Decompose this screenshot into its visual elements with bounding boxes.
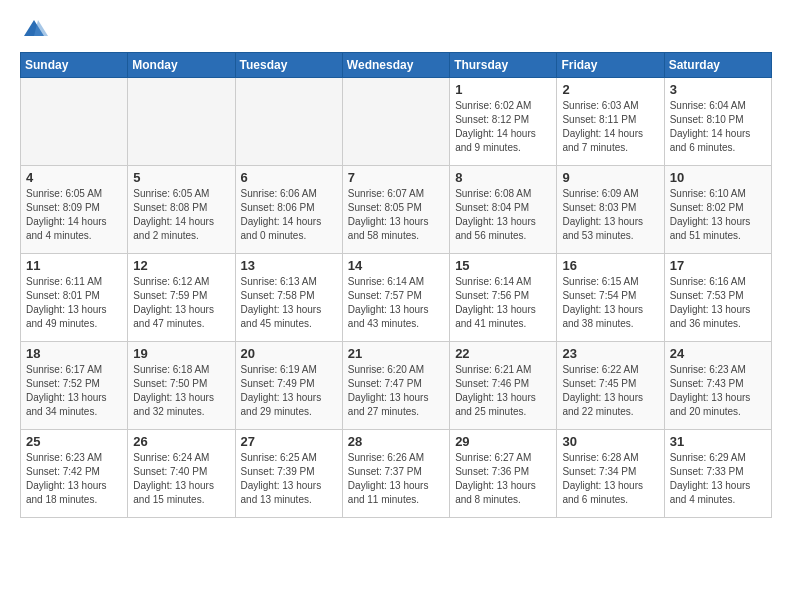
col-header-saturday: Saturday bbox=[664, 53, 771, 78]
day-info: Sunrise: 6:14 AMSunset: 7:56 PMDaylight:… bbox=[455, 275, 551, 331]
day-info: Sunrise: 6:15 AMSunset: 7:54 PMDaylight:… bbox=[562, 275, 658, 331]
day-number: 12 bbox=[133, 258, 229, 273]
col-header-wednesday: Wednesday bbox=[342, 53, 449, 78]
calendar-cell: 5Sunrise: 6:05 AMSunset: 8:08 PMDaylight… bbox=[128, 166, 235, 254]
calendar-cell: 9Sunrise: 6:09 AMSunset: 8:03 PMDaylight… bbox=[557, 166, 664, 254]
day-number: 20 bbox=[241, 346, 337, 361]
calendar-cell: 6Sunrise: 6:06 AMSunset: 8:06 PMDaylight… bbox=[235, 166, 342, 254]
day-info: Sunrise: 6:08 AMSunset: 8:04 PMDaylight:… bbox=[455, 187, 551, 243]
calendar-week-row: 1Sunrise: 6:02 AMSunset: 8:12 PMDaylight… bbox=[21, 78, 772, 166]
calendar-cell: 3Sunrise: 6:04 AMSunset: 8:10 PMDaylight… bbox=[664, 78, 771, 166]
day-number: 24 bbox=[670, 346, 766, 361]
day-info: Sunrise: 6:18 AMSunset: 7:50 PMDaylight:… bbox=[133, 363, 229, 419]
calendar-cell: 18Sunrise: 6:17 AMSunset: 7:52 PMDayligh… bbox=[21, 342, 128, 430]
day-info: Sunrise: 6:13 AMSunset: 7:58 PMDaylight:… bbox=[241, 275, 337, 331]
calendar-cell bbox=[235, 78, 342, 166]
calendar-cell: 26Sunrise: 6:24 AMSunset: 7:40 PMDayligh… bbox=[128, 430, 235, 518]
day-info: Sunrise: 6:29 AMSunset: 7:33 PMDaylight:… bbox=[670, 451, 766, 507]
calendar-cell: 25Sunrise: 6:23 AMSunset: 7:42 PMDayligh… bbox=[21, 430, 128, 518]
day-number: 19 bbox=[133, 346, 229, 361]
calendar-cell: 22Sunrise: 6:21 AMSunset: 7:46 PMDayligh… bbox=[450, 342, 557, 430]
calendar-cell: 28Sunrise: 6:26 AMSunset: 7:37 PMDayligh… bbox=[342, 430, 449, 518]
col-header-thursday: Thursday bbox=[450, 53, 557, 78]
day-number: 15 bbox=[455, 258, 551, 273]
calendar-cell bbox=[128, 78, 235, 166]
day-info: Sunrise: 6:10 AMSunset: 8:02 PMDaylight:… bbox=[670, 187, 766, 243]
calendar-cell bbox=[342, 78, 449, 166]
calendar-cell: 20Sunrise: 6:19 AMSunset: 7:49 PMDayligh… bbox=[235, 342, 342, 430]
day-info: Sunrise: 6:04 AMSunset: 8:10 PMDaylight:… bbox=[670, 99, 766, 155]
calendar-cell: 30Sunrise: 6:28 AMSunset: 7:34 PMDayligh… bbox=[557, 430, 664, 518]
calendar-cell bbox=[21, 78, 128, 166]
calendar-cell: 13Sunrise: 6:13 AMSunset: 7:58 PMDayligh… bbox=[235, 254, 342, 342]
day-number: 26 bbox=[133, 434, 229, 449]
day-info: Sunrise: 6:16 AMSunset: 7:53 PMDaylight:… bbox=[670, 275, 766, 331]
day-number: 30 bbox=[562, 434, 658, 449]
calendar-cell: 8Sunrise: 6:08 AMSunset: 8:04 PMDaylight… bbox=[450, 166, 557, 254]
day-number: 25 bbox=[26, 434, 122, 449]
day-number: 1 bbox=[455, 82, 551, 97]
day-number: 28 bbox=[348, 434, 444, 449]
day-number: 21 bbox=[348, 346, 444, 361]
day-number: 2 bbox=[562, 82, 658, 97]
day-info: Sunrise: 6:23 AMSunset: 7:42 PMDaylight:… bbox=[26, 451, 122, 507]
day-info: Sunrise: 6:11 AMSunset: 8:01 PMDaylight:… bbox=[26, 275, 122, 331]
day-number: 29 bbox=[455, 434, 551, 449]
day-number: 8 bbox=[455, 170, 551, 185]
calendar-cell: 21Sunrise: 6:20 AMSunset: 7:47 PMDayligh… bbox=[342, 342, 449, 430]
calendar-cell: 23Sunrise: 6:22 AMSunset: 7:45 PMDayligh… bbox=[557, 342, 664, 430]
col-header-monday: Monday bbox=[128, 53, 235, 78]
day-number: 18 bbox=[26, 346, 122, 361]
col-header-sunday: Sunday bbox=[21, 53, 128, 78]
day-number: 22 bbox=[455, 346, 551, 361]
calendar-cell: 12Sunrise: 6:12 AMSunset: 7:59 PMDayligh… bbox=[128, 254, 235, 342]
day-number: 6 bbox=[241, 170, 337, 185]
day-number: 11 bbox=[26, 258, 122, 273]
calendar-cell: 1Sunrise: 6:02 AMSunset: 8:12 PMDaylight… bbox=[450, 78, 557, 166]
logo bbox=[20, 16, 52, 44]
calendar-cell: 29Sunrise: 6:27 AMSunset: 7:36 PMDayligh… bbox=[450, 430, 557, 518]
day-info: Sunrise: 6:05 AMSunset: 8:09 PMDaylight:… bbox=[26, 187, 122, 243]
day-info: Sunrise: 6:17 AMSunset: 7:52 PMDaylight:… bbox=[26, 363, 122, 419]
day-number: 13 bbox=[241, 258, 337, 273]
calendar-header-row: SundayMondayTuesdayWednesdayThursdayFrid… bbox=[21, 53, 772, 78]
day-number: 7 bbox=[348, 170, 444, 185]
day-number: 14 bbox=[348, 258, 444, 273]
day-number: 27 bbox=[241, 434, 337, 449]
calendar-cell: 7Sunrise: 6:07 AMSunset: 8:05 PMDaylight… bbox=[342, 166, 449, 254]
day-info: Sunrise: 6:25 AMSunset: 7:39 PMDaylight:… bbox=[241, 451, 337, 507]
calendar-cell: 14Sunrise: 6:14 AMSunset: 7:57 PMDayligh… bbox=[342, 254, 449, 342]
col-header-friday: Friday bbox=[557, 53, 664, 78]
day-info: Sunrise: 6:28 AMSunset: 7:34 PMDaylight:… bbox=[562, 451, 658, 507]
day-info: Sunrise: 6:05 AMSunset: 8:08 PMDaylight:… bbox=[133, 187, 229, 243]
day-info: Sunrise: 6:07 AMSunset: 8:05 PMDaylight:… bbox=[348, 187, 444, 243]
calendar-cell: 17Sunrise: 6:16 AMSunset: 7:53 PMDayligh… bbox=[664, 254, 771, 342]
day-number: 16 bbox=[562, 258, 658, 273]
day-info: Sunrise: 6:09 AMSunset: 8:03 PMDaylight:… bbox=[562, 187, 658, 243]
day-info: Sunrise: 6:20 AMSunset: 7:47 PMDaylight:… bbox=[348, 363, 444, 419]
day-info: Sunrise: 6:21 AMSunset: 7:46 PMDaylight:… bbox=[455, 363, 551, 419]
day-info: Sunrise: 6:06 AMSunset: 8:06 PMDaylight:… bbox=[241, 187, 337, 243]
day-number: 17 bbox=[670, 258, 766, 273]
calendar-week-row: 11Sunrise: 6:11 AMSunset: 8:01 PMDayligh… bbox=[21, 254, 772, 342]
day-info: Sunrise: 6:24 AMSunset: 7:40 PMDaylight:… bbox=[133, 451, 229, 507]
day-number: 10 bbox=[670, 170, 766, 185]
calendar-cell: 4Sunrise: 6:05 AMSunset: 8:09 PMDaylight… bbox=[21, 166, 128, 254]
day-info: Sunrise: 6:22 AMSunset: 7:45 PMDaylight:… bbox=[562, 363, 658, 419]
page-header bbox=[20, 16, 772, 44]
day-number: 5 bbox=[133, 170, 229, 185]
day-info: Sunrise: 6:19 AMSunset: 7:49 PMDaylight:… bbox=[241, 363, 337, 419]
day-number: 31 bbox=[670, 434, 766, 449]
calendar-cell: 19Sunrise: 6:18 AMSunset: 7:50 PMDayligh… bbox=[128, 342, 235, 430]
calendar-cell: 16Sunrise: 6:15 AMSunset: 7:54 PMDayligh… bbox=[557, 254, 664, 342]
day-number: 9 bbox=[562, 170, 658, 185]
day-info: Sunrise: 6:23 AMSunset: 7:43 PMDaylight:… bbox=[670, 363, 766, 419]
calendar-cell: 10Sunrise: 6:10 AMSunset: 8:02 PMDayligh… bbox=[664, 166, 771, 254]
day-info: Sunrise: 6:12 AMSunset: 7:59 PMDaylight:… bbox=[133, 275, 229, 331]
day-number: 4 bbox=[26, 170, 122, 185]
calendar-week-row: 4Sunrise: 6:05 AMSunset: 8:09 PMDaylight… bbox=[21, 166, 772, 254]
day-number: 3 bbox=[670, 82, 766, 97]
calendar-cell: 2Sunrise: 6:03 AMSunset: 8:11 PMDaylight… bbox=[557, 78, 664, 166]
day-info: Sunrise: 6:27 AMSunset: 7:36 PMDaylight:… bbox=[455, 451, 551, 507]
calendar-table: SundayMondayTuesdayWednesdayThursdayFrid… bbox=[20, 52, 772, 518]
